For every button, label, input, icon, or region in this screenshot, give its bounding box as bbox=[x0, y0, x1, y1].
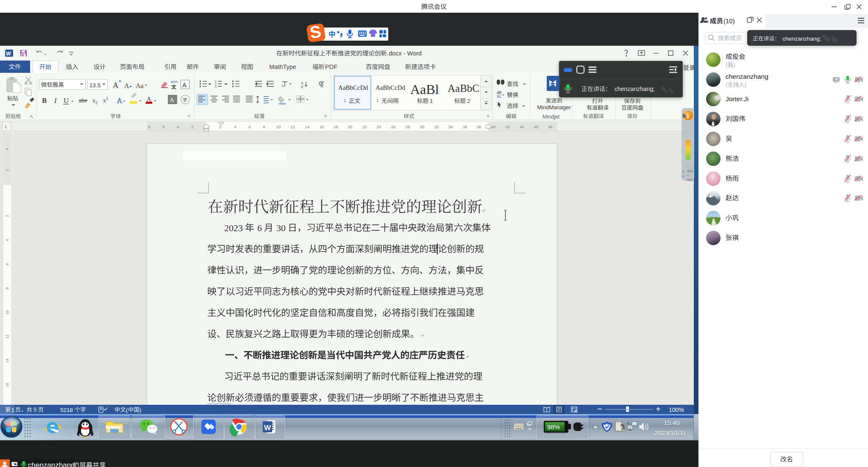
svg-text:K/s: K/s bbox=[687, 178, 693, 182]
svg-text:20: 20 bbox=[348, 124, 353, 129]
svg-text:6: 6 bbox=[5, 263, 9, 265]
svg-text:AaBbCcDd: AaBbCcDd bbox=[376, 84, 405, 91]
svg-text:AaBbCcDd: AaBbCcDd bbox=[338, 84, 368, 91]
svg-text:8: 8 bbox=[148, 124, 150, 129]
svg-text:chenzanzhang;: chenzanzhang; bbox=[782, 36, 821, 42]
svg-text:x: x bbox=[92, 97, 95, 104]
svg-text:6: 6 bbox=[248, 124, 250, 129]
svg-text:A: A bbox=[281, 84, 284, 88]
svg-text:--: -- bbox=[687, 164, 689, 169]
svg-text:2023: 2023 bbox=[224, 223, 243, 233]
svg-text:12: 12 bbox=[291, 124, 295, 129]
svg-text:24: 24 bbox=[377, 124, 381, 129]
svg-text:30: 30 bbox=[276, 223, 286, 233]
svg-text:5218: 5218 bbox=[60, 407, 73, 413]
svg-text:2: 2 bbox=[106, 96, 108, 101]
svg-text:16: 16 bbox=[320, 124, 324, 129]
svg-text:PDF: PDF bbox=[325, 64, 337, 70]
svg-text:13.5: 13.5 bbox=[89, 82, 100, 88]
svg-text:10: 10 bbox=[276, 124, 281, 129]
svg-text:ac: ac bbox=[497, 94, 501, 99]
svg-text:36: 36 bbox=[463, 124, 467, 129]
svg-text:.docx - Word: .docx - Word bbox=[387, 50, 422, 57]
svg-text:40: 40 bbox=[491, 124, 496, 129]
svg-text:6: 6 bbox=[257, 223, 262, 233]
svg-text:44: 44 bbox=[520, 124, 524, 129]
svg-text:1: 1 bbox=[11, 407, 15, 413]
svg-text:28: 28 bbox=[406, 124, 410, 129]
svg-text:14: 14 bbox=[305, 124, 310, 129]
svg-text:98%: 98% bbox=[547, 423, 560, 431]
svg-text:MathType: MathType bbox=[269, 64, 296, 70]
svg-text:x: x bbox=[103, 97, 106, 104]
svg-text:MindManager: MindManager bbox=[537, 104, 571, 111]
svg-text:15:40: 15:40 bbox=[664, 419, 680, 426]
svg-text:A: A bbox=[147, 96, 151, 102]
svg-text:4: 4 bbox=[5, 239, 9, 241]
svg-text:(: ( bbox=[126, 407, 128, 413]
svg-text:8: 8 bbox=[263, 124, 265, 129]
svg-text:--: -- bbox=[687, 173, 689, 177]
svg-text:10: 10 bbox=[5, 310, 9, 315]
svg-text:A: A bbox=[113, 81, 119, 90]
svg-text:38: 38 bbox=[477, 124, 481, 129]
svg-text:48: 48 bbox=[548, 124, 553, 129]
svg-text:14: 14 bbox=[5, 359, 9, 363]
svg-text:chenzanzhang: chenzanzhang bbox=[28, 461, 75, 467]
svg-text:2: 2 bbox=[467, 98, 470, 104]
svg-text:4: 4 bbox=[5, 148, 9, 150]
svg-text:8: 8 bbox=[5, 287, 9, 289]
svg-text:): ) bbox=[139, 407, 142, 413]
svg-text:wén: wén bbox=[170, 80, 178, 84]
svg-text:A: A bbox=[182, 81, 186, 88]
svg-text:K/s: K/s bbox=[687, 169, 693, 173]
svg-text:chenzanzhang;: chenzanzhang; bbox=[615, 86, 655, 92]
svg-text:Z: Z bbox=[301, 85, 303, 89]
svg-text:U: U bbox=[64, 97, 69, 105]
svg-text:4: 4 bbox=[234, 124, 236, 129]
svg-text:26: 26 bbox=[391, 124, 396, 129]
svg-text:22: 22 bbox=[362, 124, 367, 129]
svg-text:3: 3 bbox=[215, 85, 217, 88]
svg-text:A: A bbox=[117, 97, 122, 105]
svg-text:12: 12 bbox=[5, 334, 9, 339]
svg-text:100%: 100% bbox=[669, 406, 684, 413]
svg-text:42: 42 bbox=[506, 124, 510, 129]
svg-text:Aa: Aa bbox=[136, 82, 144, 89]
svg-text:W: W bbox=[264, 424, 271, 432]
svg-text:1: 1 bbox=[430, 98, 433, 104]
svg-text:Jorter.Ji: Jorter.Ji bbox=[726, 95, 748, 102]
svg-text:16: 16 bbox=[5, 383, 9, 387]
svg-text:4: 4 bbox=[177, 124, 179, 129]
svg-text:A: A bbox=[124, 82, 129, 89]
svg-text:AaBbC: AaBbC bbox=[448, 83, 479, 94]
svg-text:2: 2 bbox=[95, 100, 97, 105]
svg-text:2: 2 bbox=[5, 169, 9, 171]
svg-text:46: 46 bbox=[534, 124, 539, 129]
svg-text:2: 2 bbox=[5, 215, 9, 217]
svg-text:chenzanzhang: chenzanzhang bbox=[726, 73, 768, 80]
svg-text:6: 6 bbox=[162, 124, 164, 129]
svg-text:I: I bbox=[54, 97, 57, 105]
svg-text:S: S bbox=[309, 22, 323, 42]
svg-text:30: 30 bbox=[420, 124, 425, 129]
svg-text:B: B bbox=[42, 97, 47, 105]
svg-text:18: 18 bbox=[334, 124, 338, 129]
svg-text:W: W bbox=[6, 51, 11, 57]
svg-text:L: L bbox=[5, 124, 8, 129]
svg-text:1: 1 bbox=[686, 113, 689, 119]
svg-text:AaBl: AaBl bbox=[410, 82, 439, 97]
svg-text:(10): (10) bbox=[723, 17, 735, 25]
svg-text:A: A bbox=[170, 97, 174, 103]
svg-text:2: 2 bbox=[191, 124, 193, 129]
svg-text:32: 32 bbox=[434, 124, 439, 129]
svg-text:Mindjet: Mindjet bbox=[542, 114, 560, 120]
svg-text:34: 34 bbox=[448, 124, 453, 129]
svg-text:2023/10/31: 2023/10/31 bbox=[654, 429, 686, 437]
